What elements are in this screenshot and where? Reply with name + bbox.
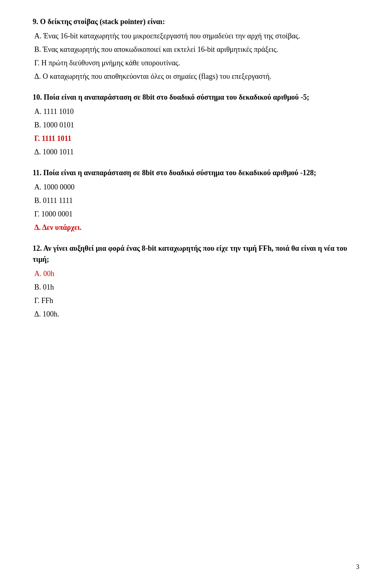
q11-label-d: Δ. [34,223,41,232]
page-number: 3 [356,562,359,572]
q12-text-a: 00h [43,270,54,278]
q10-label-d: Δ. [34,148,41,156]
q11-text: Ποία είναι η αναπαράσταση σε 8bit στο δυ… [43,169,316,177]
q12-option-a: Α. 00h [33,268,359,279]
question-10: 10. Ποία είναι η αναπαράσταση σε 8bit στ… [33,92,359,158]
q9-text-a: Ένας 16-bit καταχωρητής του μικροεπεξεργ… [43,32,300,40]
q9-text-g: Η πρώτη διεύθυνση μνήμης κάθε υπορουτίνα… [41,59,180,67]
q11-option-d: Δ. Δεν υπάρχει. [33,222,359,233]
q9-text-d: Ο καταχωρητής που αποθηκεύονται όλες οι … [43,72,272,80]
q10-text-b: 1000 0101 [43,121,74,129]
question-12: 12. Αν γίνει αυξηθεί μια φορά ένας 8-bit… [33,243,359,320]
q10-option-d: Δ. 1000 1011 [33,147,359,158]
q11-label-b: Β. [34,196,41,205]
q12-text-b: 01h [43,283,54,291]
q10-number: 10. [33,93,42,101]
q10-option-b: Β. 1000 0101 [33,120,359,131]
q10-text-a: 1111 1010 [43,107,74,116]
q10-option-g: Γ. 1111 1011 [33,133,359,144]
q10-title: 10. Ποία είναι η αναπαράσταση σε 8bit στ… [33,92,359,103]
q11-label-g: Γ. [34,210,40,218]
q10-label-b: Β. [34,121,41,129]
q11-text-a: 1000 0000 [43,183,75,191]
q12-number: 12. [33,244,42,252]
q11-text-b: 0111 1111 [43,196,73,205]
q9-label-d: Δ. [34,72,41,80]
q9-option-g: Γ. Η πρώτη διεύθυνση μνήμης κάθε υπορουτ… [33,58,359,69]
q10-text-g: 1111 1011 [42,134,71,143]
q12-option-d: Δ. 100h. [33,309,359,320]
q12-label-d: Δ. [34,310,41,318]
q9-option-a: Α. Ένας 16-bit καταχωρητής του μικροεπεξ… [33,31,359,42]
q12-label-a: Α. [34,270,42,278]
q12-text-d: 100h. [43,310,60,318]
q11-option-g: Γ. 1000 0001 [33,209,359,220]
q11-number: 11. [33,169,42,177]
q10-text-d: 1000 1011 [43,148,74,156]
q11-option-a: Α. 1000 0000 [33,182,359,193]
q9-option-b: Β. Ένας καταχωρητής που αποκωδικοποιεί κ… [33,44,359,55]
q11-label-a: Α. [34,183,42,191]
q12-label-g: Γ. [34,296,40,305]
q12-option-g: Γ. FFh [33,295,359,306]
q10-label-g: Γ. [34,134,40,143]
q9-title: 9. Ο δείκτης στοίβας (stack pointer) είν… [33,16,359,27]
q9-label-g: Γ. [34,59,40,67]
q11-text-d: Δεν υπάρχει. [42,223,82,232]
q12-title: 12. Αν γίνει αυξηθεί μια φορά ένας 8-bit… [33,243,359,265]
q9-option-d: Δ. Ο καταχωρητής που αποθηκεύονται όλες … [33,71,359,82]
q12-option-b: Β. 01h [33,282,359,293]
q9-text-b: Ένας καταχωρητής που αποκωδικοποιεί και … [43,45,278,53]
q9-label-a: Α. [34,32,42,40]
q10-text: Ποία είναι η αναπαράσταση σε 8bit στο δυ… [44,93,309,101]
q12-label-b: Β. [34,283,41,291]
question-11: 11. Ποία είναι η αναπαράσταση σε 8bit στ… [33,167,359,233]
q12-text-g: FFh [41,296,53,305]
q11-title: 11. Ποία είναι η αναπαράσταση σε 8bit στ… [33,167,359,178]
q10-label-a: Α. [34,107,42,116]
q9-label-b: Β. [34,45,41,53]
q11-option-b: Β. 0111 1111 [33,195,359,206]
q12-text: Αν γίνει αυξηθεί μια φορά ένας 8-bit κατ… [33,244,347,263]
q11-text-g: 1000 0001 [41,210,73,218]
q10-option-a: Α. 1111 1010 [33,106,359,117]
question-9: 9. Ο δείκτης στοίβας (stack pointer) είν… [33,16,359,82]
q9-number: 9. [33,18,38,26]
q9-text: Ο δείκτης στοίβας (stack pointer) είναι: [40,18,165,26]
